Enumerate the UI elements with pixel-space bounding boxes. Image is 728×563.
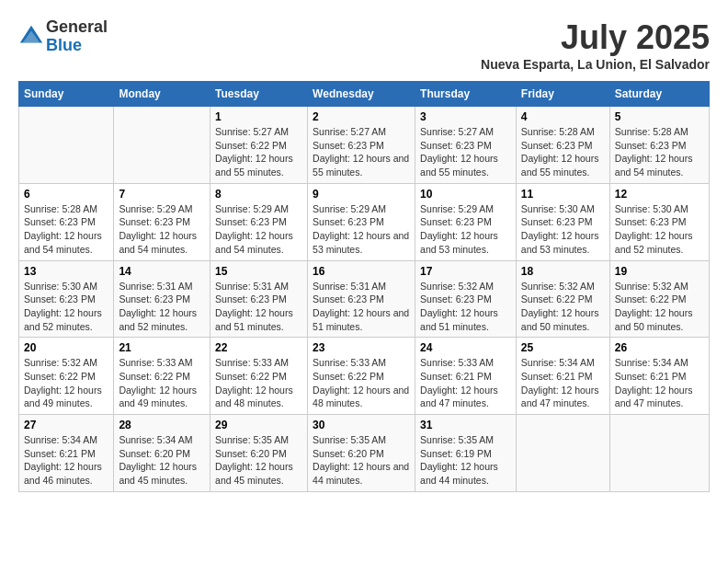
calendar-day: 6 Sunrise: 5:28 AM Sunset: 6:23 PM Dayli… — [19, 183, 114, 260]
calendar-day: 30 Sunrise: 5:35 AM Sunset: 6:20 PM Dayl… — [308, 415, 415, 492]
day-number: 20 — [24, 341, 108, 354]
calendar-header-row: SundayMondayTuesdayWednesdayThursdayFrid… — [19, 82, 710, 107]
day-info: Sunrise: 5:28 AM Sunset: 6:23 PM Dayligh… — [521, 125, 605, 179]
day-number: 10 — [420, 188, 511, 201]
calendar-day: 2 Sunrise: 5:27 AM Sunset: 6:23 PM Dayli… — [308, 107, 415, 184]
sunset-text: Sunset: 6:23 PM — [313, 216, 384, 227]
day-info: Sunrise: 5:28 AM Sunset: 6:23 PM Dayligh… — [24, 202, 108, 257]
daylight-text: Daylight: 12 hours and 53 minutes. — [521, 230, 599, 255]
column-header-friday: Friday — [516, 82, 609, 107]
day-number: 22 — [215, 341, 302, 354]
calendar-day: 15 Sunrise: 5:31 AM Sunset: 6:23 PM Dayl… — [210, 260, 308, 338]
sunrise-text: Sunrise: 5:32 AM — [615, 281, 688, 292]
calendar-table: SundayMondayTuesdayWednesdayThursdayFrid… — [18, 81, 710, 492]
daylight-text: Daylight: 12 hours and 50 minutes. — [615, 307, 693, 332]
sunrise-text: Sunrise: 5:28 AM — [24, 203, 97, 214]
calendar-day: 12 Sunrise: 5:30 AM Sunset: 6:23 PM Dayl… — [609, 183, 709, 260]
calendar-week-4: 20 Sunrise: 5:32 AM Sunset: 6:22 PM Dayl… — [19, 338, 710, 415]
day-number: 11 — [521, 188, 605, 201]
day-number: 17 — [420, 265, 511, 278]
sunset-text: Sunset: 6:23 PM — [215, 216, 287, 227]
sunrise-text: Sunrise: 5:30 AM — [615, 203, 688, 214]
sunset-text: Sunset: 6:19 PM — [420, 448, 492, 459]
calendar-day — [516, 415, 609, 492]
daylight-text: Daylight: 12 hours and 54 minutes. — [119, 230, 197, 255]
daylight-text: Daylight: 12 hours and 51 minutes. — [420, 307, 498, 332]
day-number: 30 — [313, 419, 410, 431]
sunset-text: Sunset: 6:22 PM — [313, 371, 384, 382]
logo-general: General — [46, 18, 108, 37]
sunset-text: Sunset: 6:23 PM — [24, 293, 96, 304]
logo-text: General Blue — [46, 18, 108, 55]
calendar-day: 20 Sunrise: 5:32 AM Sunset: 6:22 PM Dayl… — [19, 338, 114, 415]
day-number: 29 — [215, 419, 302, 431]
calendar-week-1: 1 Sunrise: 5:27 AM Sunset: 6:22 PM Dayli… — [19, 107, 710, 184]
day-info: Sunrise: 5:34 AM Sunset: 6:21 PM Dayligh… — [24, 433, 108, 488]
day-info: Sunrise: 5:32 AM Sunset: 6:22 PM Dayligh… — [24, 356, 108, 410]
sunrise-text: Sunrise: 5:34 AM — [24, 434, 97, 445]
sunrise-text: Sunrise: 5:32 AM — [521, 281, 595, 292]
day-number: 25 — [521, 341, 605, 354]
daylight-text: Daylight: 12 hours and 55 minutes. — [521, 153, 599, 178]
day-info: Sunrise: 5:32 AM Sunset: 6:22 PM Dayligh… — [521, 280, 605, 334]
daylight-text: Daylight: 12 hours and 55 minutes. — [215, 153, 293, 178]
day-info: Sunrise: 5:29 AM Sunset: 6:23 PM Dayligh… — [215, 202, 302, 257]
sunrise-text: Sunrise: 5:35 AM — [313, 434, 386, 445]
sunset-text: Sunset: 6:23 PM — [313, 140, 384, 151]
daylight-text: Daylight: 12 hours and 45 minutes. — [215, 461, 293, 486]
sunrise-text: Sunrise: 5:30 AM — [521, 203, 595, 214]
day-number: 23 — [313, 341, 410, 354]
sunrise-text: Sunrise: 5:33 AM — [420, 357, 494, 368]
daylight-text: Daylight: 12 hours and 55 minutes. — [313, 153, 409, 178]
day-number: 15 — [215, 265, 302, 278]
sunrise-text: Sunrise: 5:34 AM — [521, 357, 595, 368]
calendar-day: 23 Sunrise: 5:33 AM Sunset: 6:22 PM Dayl… — [308, 338, 415, 415]
daylight-text: Daylight: 12 hours and 48 minutes. — [313, 385, 409, 409]
day-info: Sunrise: 5:33 AM Sunset: 6:22 PM Dayligh… — [313, 356, 410, 410]
sunset-text: Sunset: 6:23 PM — [119, 293, 190, 304]
column-header-wednesday: Wednesday — [308, 82, 415, 107]
day-number: 19 — [615, 265, 704, 278]
calendar-day: 7 Sunrise: 5:29 AM Sunset: 6:23 PM Dayli… — [114, 183, 210, 260]
day-number: 7 — [119, 188, 205, 201]
day-number: 27 — [24, 419, 108, 431]
day-number: 5 — [615, 110, 704, 123]
day-info: Sunrise: 5:33 AM Sunset: 6:21 PM Dayligh… — [420, 356, 511, 410]
day-number: 24 — [420, 341, 511, 354]
calendar-day: 31 Sunrise: 5:35 AM Sunset: 6:19 PM Dayl… — [415, 415, 517, 492]
daylight-text: Daylight: 12 hours and 52 minutes. — [119, 307, 197, 332]
day-info: Sunrise: 5:32 AM Sunset: 6:22 PM Dayligh… — [615, 280, 704, 334]
calendar-day: 24 Sunrise: 5:33 AM Sunset: 6:21 PM Dayl… — [415, 338, 517, 415]
calendar-day: 10 Sunrise: 5:29 AM Sunset: 6:23 PM Dayl… — [415, 183, 517, 260]
day-number: 4 — [521, 110, 605, 123]
day-number: 28 — [119, 419, 205, 431]
sunrise-text: Sunrise: 5:27 AM — [313, 126, 386, 137]
calendar-day: 27 Sunrise: 5:34 AM Sunset: 6:21 PM Dayl… — [19, 415, 114, 492]
day-info: Sunrise: 5:30 AM Sunset: 6:23 PM Dayligh… — [24, 280, 108, 334]
daylight-text: Daylight: 12 hours and 52 minutes. — [615, 230, 693, 255]
day-info: Sunrise: 5:34 AM Sunset: 6:21 PM Dayligh… — [521, 356, 605, 410]
day-info: Sunrise: 5:34 AM Sunset: 6:20 PM Dayligh… — [119, 433, 205, 488]
daylight-text: Daylight: 12 hours and 47 minutes. — [615, 385, 693, 409]
calendar-day: 22 Sunrise: 5:33 AM Sunset: 6:22 PM Dayl… — [210, 338, 308, 415]
calendar-day: 4 Sunrise: 5:28 AM Sunset: 6:23 PM Dayli… — [516, 107, 609, 184]
day-number: 12 — [615, 188, 704, 201]
calendar-day: 26 Sunrise: 5:34 AM Sunset: 6:21 PM Dayl… — [609, 338, 709, 415]
daylight-text: Daylight: 12 hours and 45 minutes. — [119, 461, 197, 486]
column-header-sunday: Sunday — [19, 82, 114, 107]
day-number: 1 — [215, 110, 302, 123]
calendar-day: 5 Sunrise: 5:28 AM Sunset: 6:23 PM Dayli… — [609, 107, 709, 184]
sunset-text: Sunset: 6:21 PM — [420, 371, 492, 382]
sunrise-text: Sunrise: 5:33 AM — [119, 357, 192, 368]
calendar-week-5: 27 Sunrise: 5:34 AM Sunset: 6:21 PM Dayl… — [19, 415, 710, 492]
sunrise-text: Sunrise: 5:34 AM — [119, 434, 192, 445]
sunset-text: Sunset: 6:21 PM — [24, 448, 96, 459]
day-number: 2 — [313, 110, 410, 123]
sunset-text: Sunset: 6:23 PM — [420, 216, 492, 227]
day-info: Sunrise: 5:35 AM Sunset: 6:20 PM Dayligh… — [313, 433, 410, 488]
sunrise-text: Sunrise: 5:29 AM — [215, 203, 289, 214]
daylight-text: Daylight: 12 hours and 51 minutes. — [215, 307, 293, 332]
sunset-text: Sunset: 6:23 PM — [119, 216, 190, 227]
sunset-text: Sunset: 6:23 PM — [24, 216, 96, 227]
day-info: Sunrise: 5:30 AM Sunset: 6:23 PM Dayligh… — [615, 202, 704, 257]
